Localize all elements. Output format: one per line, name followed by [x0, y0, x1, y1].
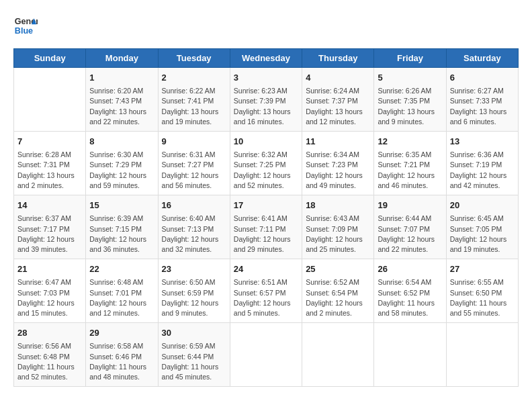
week-row-5: 28Sunrise: 6:56 AM Sunset: 6:48 PM Dayli…	[14, 323, 519, 387]
day-number: 4	[306, 72, 370, 84]
calendar-cell: 13Sunrise: 6:36 AM Sunset: 7:19 PM Dayli…	[446, 132, 518, 195]
logo: General Blue	[13, 13, 38, 38]
day-info: Sunrise: 6:27 AM Sunset: 7:33 PM Dayligh…	[450, 86, 515, 127]
day-number: 21	[17, 263, 82, 275]
calendar-cell: 9Sunrise: 6:31 AM Sunset: 7:27 PM Daylig…	[158, 132, 230, 195]
day-info: Sunrise: 6:56 AM Sunset: 6:48 PM Dayligh…	[17, 341, 82, 382]
day-header-thursday: Thursday	[302, 49, 374, 68]
calendar-cell: 7Sunrise: 6:28 AM Sunset: 7:31 PM Daylig…	[14, 132, 86, 195]
day-info: Sunrise: 6:36 AM Sunset: 7:19 PM Dayligh…	[450, 150, 515, 191]
day-info: Sunrise: 6:47 AM Sunset: 7:03 PM Dayligh…	[17, 277, 82, 318]
day-header-sunday: Sunday	[14, 49, 86, 68]
calendar-cell: 27Sunrise: 6:55 AM Sunset: 6:50 PM Dayli…	[446, 259, 518, 323]
day-number: 16	[162, 199, 226, 212]
day-info: Sunrise: 6:30 AM Sunset: 7:29 PM Dayligh…	[89, 150, 154, 191]
calendar-cell: 15Sunrise: 6:39 AM Sunset: 7:15 PM Dayli…	[86, 195, 158, 259]
day-number: 24	[234, 263, 298, 275]
day-number: 8	[89, 136, 154, 148]
calendar-cell: 5Sunrise: 6:26 AM Sunset: 7:35 PM Daylig…	[374, 68, 446, 132]
day-info: Sunrise: 6:26 AM Sunset: 7:35 PM Dayligh…	[378, 86, 442, 127]
week-row-4: 21Sunrise: 6:47 AM Sunset: 7:03 PM Dayli…	[14, 259, 519, 323]
day-number: 18	[306, 199, 370, 212]
day-number: 9	[162, 136, 226, 148]
week-row-2: 7Sunrise: 6:28 AM Sunset: 7:31 PM Daylig…	[14, 132, 519, 195]
calendar-cell: 29Sunrise: 6:58 AM Sunset: 6:46 PM Dayli…	[86, 323, 158, 387]
day-info: Sunrise: 6:50 AM Sunset: 6:59 PM Dayligh…	[162, 277, 226, 318]
day-header-friday: Friday	[374, 49, 446, 68]
day-number: 30	[162, 327, 226, 339]
day-info: Sunrise: 6:51 AM Sunset: 6:57 PM Dayligh…	[234, 277, 298, 318]
page-header: General Blue	[13, 13, 519, 38]
day-info: Sunrise: 6:39 AM Sunset: 7:15 PM Dayligh…	[89, 214, 154, 255]
calendar-cell	[302, 323, 374, 387]
day-info: Sunrise: 6:31 AM Sunset: 7:27 PM Dayligh…	[162, 150, 226, 191]
day-number: 23	[162, 263, 226, 275]
day-info: Sunrise: 6:44 AM Sunset: 7:07 PM Dayligh…	[378, 214, 442, 255]
calendar-cell: 2Sunrise: 6:22 AM Sunset: 7:41 PM Daylig…	[158, 68, 230, 132]
calendar-cell: 20Sunrise: 6:45 AM Sunset: 7:05 PM Dayli…	[446, 195, 518, 259]
day-info: Sunrise: 6:45 AM Sunset: 7:05 PM Dayligh…	[450, 214, 515, 255]
day-number: 25	[306, 263, 370, 275]
day-number: 5	[378, 72, 442, 84]
day-header-tuesday: Tuesday	[158, 49, 230, 68]
calendar-table: SundayMondayTuesdayWednesdayThursdayFrid…	[13, 48, 519, 387]
day-number: 2	[162, 72, 226, 84]
day-info: Sunrise: 6:37 AM Sunset: 7:17 PM Dayligh…	[17, 214, 82, 255]
calendar-header: SundayMondayTuesdayWednesdayThursdayFrid…	[14, 49, 519, 68]
day-number: 15	[89, 199, 154, 212]
day-info: Sunrise: 6:54 AM Sunset: 6:52 PM Dayligh…	[378, 277, 442, 318]
calendar-cell: 21Sunrise: 6:47 AM Sunset: 7:03 PM Dayli…	[14, 259, 86, 323]
day-header-wednesday: Wednesday	[230, 49, 302, 68]
calendar-cell: 12Sunrise: 6:35 AM Sunset: 7:21 PM Dayli…	[374, 132, 446, 195]
day-info: Sunrise: 6:34 AM Sunset: 7:23 PM Dayligh…	[306, 150, 370, 191]
day-number: 19	[378, 199, 442, 212]
day-number: 7	[17, 136, 82, 148]
calendar-cell: 17Sunrise: 6:41 AM Sunset: 7:11 PM Dayli…	[230, 195, 302, 259]
day-info: Sunrise: 6:52 AM Sunset: 6:54 PM Dayligh…	[306, 277, 370, 318]
day-info: Sunrise: 6:23 AM Sunset: 7:39 PM Dayligh…	[234, 86, 298, 127]
day-number: 1	[89, 72, 154, 84]
calendar-cell: 18Sunrise: 6:43 AM Sunset: 7:09 PM Dayli…	[302, 195, 374, 259]
calendar-cell: 30Sunrise: 6:59 AM Sunset: 6:44 PM Dayli…	[158, 323, 230, 387]
calendar-cell	[446, 323, 518, 387]
calendar-cell: 3Sunrise: 6:23 AM Sunset: 7:39 PM Daylig…	[230, 68, 302, 132]
day-number: 26	[378, 263, 442, 275]
calendar-cell: 22Sunrise: 6:48 AM Sunset: 7:01 PM Dayli…	[86, 259, 158, 323]
day-info: Sunrise: 6:24 AM Sunset: 7:37 PM Dayligh…	[306, 86, 370, 127]
svg-text:Blue: Blue	[15, 26, 33, 36]
day-number: 3	[234, 72, 298, 84]
week-row-3: 14Sunrise: 6:37 AM Sunset: 7:17 PM Dayli…	[14, 195, 519, 259]
day-number: 14	[17, 199, 82, 212]
day-info: Sunrise: 6:48 AM Sunset: 7:01 PM Dayligh…	[89, 277, 154, 318]
day-header-monday: Monday	[86, 49, 158, 68]
day-number: 13	[450, 136, 515, 148]
calendar-cell: 1Sunrise: 6:20 AM Sunset: 7:43 PM Daylig…	[86, 68, 158, 132]
day-info: Sunrise: 6:58 AM Sunset: 6:46 PM Dayligh…	[89, 341, 154, 382]
calendar-cell: 26Sunrise: 6:54 AM Sunset: 6:52 PM Dayli…	[374, 259, 446, 323]
day-number: 20	[450, 199, 515, 212]
day-info: Sunrise: 6:22 AM Sunset: 7:41 PM Dayligh…	[162, 86, 226, 127]
calendar-cell	[230, 323, 302, 387]
day-number: 12	[378, 136, 442, 148]
calendar-cell: 11Sunrise: 6:34 AM Sunset: 7:23 PM Dayli…	[302, 132, 374, 195]
calendar-cell: 6Sunrise: 6:27 AM Sunset: 7:33 PM Daylig…	[446, 68, 518, 132]
day-number: 6	[450, 72, 515, 84]
day-info: Sunrise: 6:55 AM Sunset: 6:50 PM Dayligh…	[450, 277, 515, 318]
day-info: Sunrise: 6:28 AM Sunset: 7:31 PM Dayligh…	[17, 150, 82, 191]
calendar-cell: 25Sunrise: 6:52 AM Sunset: 6:54 PM Dayli…	[302, 259, 374, 323]
day-number: 28	[17, 327, 82, 339]
calendar-cell: 4Sunrise: 6:24 AM Sunset: 7:37 PM Daylig…	[302, 68, 374, 132]
day-info: Sunrise: 6:59 AM Sunset: 6:44 PM Dayligh…	[162, 341, 226, 382]
logo-icon: General Blue	[13, 13, 38, 38]
day-info: Sunrise: 6:43 AM Sunset: 7:09 PM Dayligh…	[306, 214, 370, 255]
day-number: 17	[234, 199, 298, 212]
calendar-body: 1Sunrise: 6:20 AM Sunset: 7:43 PM Daylig…	[14, 68, 519, 387]
day-info: Sunrise: 6:41 AM Sunset: 7:11 PM Dayligh…	[234, 214, 298, 255]
calendar-cell: 23Sunrise: 6:50 AM Sunset: 6:59 PM Dayli…	[158, 259, 230, 323]
calendar-cell: 10Sunrise: 6:32 AM Sunset: 7:25 PM Dayli…	[230, 132, 302, 195]
day-number: 29	[89, 327, 154, 339]
calendar-cell: 8Sunrise: 6:30 AM Sunset: 7:29 PM Daylig…	[86, 132, 158, 195]
week-row-1: 1Sunrise: 6:20 AM Sunset: 7:43 PM Daylig…	[14, 68, 519, 132]
calendar-cell	[14, 68, 86, 132]
day-number: 22	[89, 263, 154, 275]
